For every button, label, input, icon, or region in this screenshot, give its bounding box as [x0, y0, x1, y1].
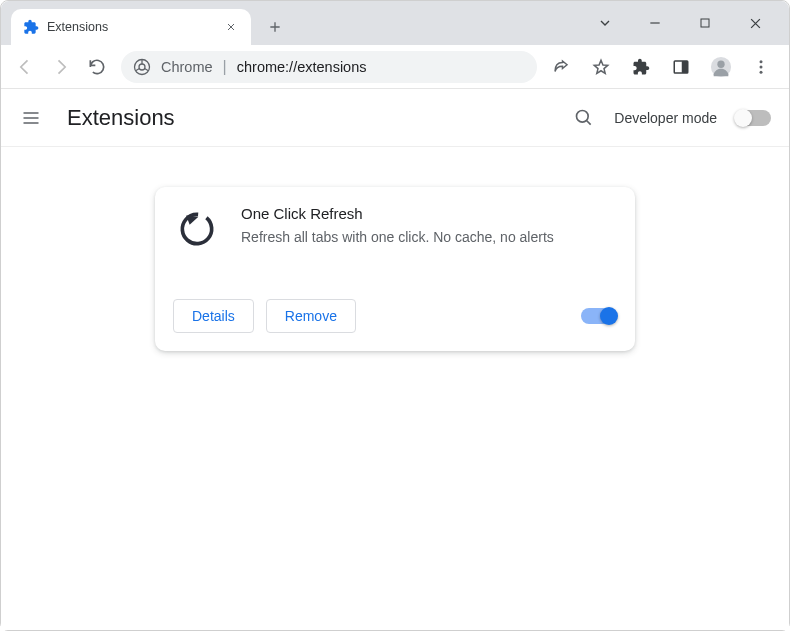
- page-header: Extensions Developer mode: [1, 89, 789, 147]
- hamburger-menu-icon[interactable]: [19, 106, 43, 130]
- page-header-actions: Developer mode: [572, 106, 771, 130]
- details-button[interactable]: Details: [173, 299, 254, 333]
- address-bar[interactable]: Chrome | chrome://extensions: [121, 51, 537, 83]
- minimize-button[interactable]: [641, 9, 669, 37]
- extension-info: One Click Refresh Refresh all tabs with …: [241, 205, 617, 253]
- toggle-knob: [734, 109, 752, 127]
- extension-enable-toggle[interactable]: [581, 308, 617, 324]
- svg-point-8: [760, 65, 763, 68]
- toggle-knob: [600, 307, 618, 325]
- svg-point-7: [760, 60, 763, 63]
- toolbar-actions: [549, 55, 777, 79]
- svg-point-10: [577, 110, 589, 122]
- maximize-button[interactable]: [691, 9, 719, 37]
- svg-rect-0: [701, 19, 709, 27]
- share-icon[interactable]: [549, 55, 573, 79]
- svg-rect-4: [682, 61, 688, 73]
- extension-toggle-container: [581, 308, 617, 324]
- tab-close-icon[interactable]: [223, 19, 239, 35]
- remove-button[interactable]: Remove: [266, 299, 356, 333]
- new-tab-button[interactable]: [261, 13, 289, 41]
- extension-puzzle-icon: [23, 19, 39, 35]
- developer-mode-toggle[interactable]: [735, 110, 771, 126]
- extension-name: One Click Refresh: [241, 205, 617, 222]
- kebab-menu-icon[interactable]: [749, 55, 773, 79]
- svg-point-9: [760, 70, 763, 73]
- svg-point-2: [139, 64, 145, 70]
- profile-avatar-icon[interactable]: [709, 55, 733, 79]
- svg-point-11: [176, 208, 217, 249]
- extension-card: One Click Refresh Refresh all tabs with …: [155, 187, 635, 351]
- tab-title: Extensions: [47, 20, 215, 34]
- svg-point-6: [717, 60, 724, 67]
- forward-button[interactable]: [49, 55, 73, 79]
- chrome-secure-icon: [133, 58, 151, 76]
- browser-tab[interactable]: Extensions: [11, 9, 251, 45]
- extension-description: Refresh all tabs with one click. No cach…: [241, 228, 617, 248]
- content-area: One Click Refresh Refresh all tabs with …: [1, 147, 789, 630]
- browser-window: Extensions: [0, 0, 790, 631]
- close-window-button[interactable]: [741, 9, 769, 37]
- extension-card-actions: Details Remove: [173, 299, 617, 333]
- sidepanel-icon[interactable]: [669, 55, 693, 79]
- toolbar: Chrome | chrome://extensions: [1, 45, 789, 89]
- window-controls: [591, 9, 789, 45]
- back-button[interactable]: [13, 55, 37, 79]
- search-icon[interactable]: [572, 106, 596, 130]
- url-separator: |: [223, 58, 227, 76]
- page-title: Extensions: [67, 105, 175, 131]
- developer-mode-label: Developer mode: [614, 110, 717, 126]
- reload-button[interactable]: [85, 55, 109, 79]
- bookmark-star-icon[interactable]: [589, 55, 613, 79]
- extensions-puzzle-icon[interactable]: [629, 55, 653, 79]
- chevron-down-icon[interactable]: [591, 9, 619, 37]
- url-scheme: Chrome: [161, 59, 213, 75]
- tab-strip: Extensions: [1, 1, 789, 45]
- extension-card-top: One Click Refresh Refresh all tabs with …: [173, 205, 617, 253]
- refresh-extension-icon: [173, 205, 221, 253]
- url-path: chrome://extensions: [237, 59, 367, 75]
